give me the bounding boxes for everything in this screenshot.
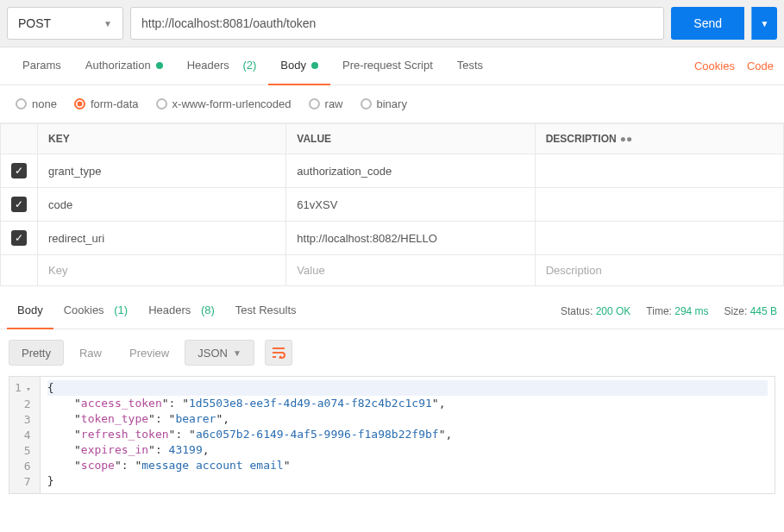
chevron-down-icon: ▼	[103, 19, 112, 28]
desc-input[interactable]	[546, 198, 773, 211]
row-checkbox[interactable]: ✓	[11, 230, 27, 246]
size-label: Size: 445 B	[724, 305, 777, 317]
code-content[interactable]: { "access_token": "1d5503e8-ee3f-4d49-a0…	[41, 377, 775, 493]
chevron-down-icon: ▼	[761, 19, 769, 28]
chevron-down-icon: ▼	[233, 348, 241, 358]
send-split-button[interactable]: ▼	[751, 7, 777, 40]
viewer-preview[interactable]: Preview	[117, 340, 181, 366]
table-row: ✓	[1, 222, 784, 255]
value-input[interactable]	[297, 264, 524, 277]
radio-icon	[156, 98, 167, 110]
tab-tests[interactable]: Tests	[445, 47, 495, 85]
wrap-icon	[272, 347, 285, 359]
value-header: VALUE	[286, 124, 535, 154]
radio-selected-icon	[74, 98, 85, 110]
value-input[interactable]	[297, 198, 524, 211]
body-type-urlencoded[interactable]: x-www-form-urlencoded	[156, 97, 292, 110]
key-input[interactable]	[48, 232, 275, 245]
send-button[interactable]: Send	[671, 7, 744, 40]
viewer-pretty[interactable]: Pretty	[9, 340, 64, 366]
tab-prerequest[interactable]: Pre-request Script	[330, 47, 445, 85]
radio-icon	[361, 98, 372, 110]
cookies-link[interactable]: Cookies	[694, 59, 735, 72]
tab-params[interactable]: Params	[10, 47, 73, 85]
desc-input[interactable]	[546, 165, 773, 178]
response-tab-body[interactable]: Body	[7, 293, 53, 329]
line-gutter: 1234567	[9, 377, 41, 493]
row-checkbox[interactable]: ✓	[11, 163, 27, 178]
viewer-format-select[interactable]: JSON▼	[185, 340, 254, 366]
url-input[interactable]	[130, 7, 664, 40]
table-row-empty	[1, 255, 784, 286]
form-data-table: KEY VALUE DESCRIPTION●● ✓ ✓ ✓	[0, 123, 784, 286]
radio-icon	[309, 98, 320, 110]
code-link[interactable]: Code	[747, 59, 774, 72]
http-method-value: POST	[18, 16, 51, 30]
key-header: KEY	[38, 124, 286, 154]
table-row: ✓	[1, 154, 784, 188]
table-row: ✓	[1, 188, 784, 222]
desc-header: DESCRIPTION●●	[535, 124, 783, 154]
response-tab-headers[interactable]: Headers (8)	[138, 293, 225, 329]
key-input[interactable]	[48, 165, 275, 178]
http-method-select[interactable]: POST ▼	[7, 7, 123, 40]
value-input[interactable]	[297, 165, 524, 178]
desc-input[interactable]	[546, 232, 773, 245]
key-input[interactable]	[48, 264, 275, 277]
status-dot-icon	[156, 62, 163, 69]
body-type-binary[interactable]: binary	[361, 97, 407, 110]
tab-body[interactable]: Body	[268, 47, 330, 85]
checkbox-header	[1, 124, 38, 154]
viewer-raw[interactable]: Raw	[67, 340, 114, 366]
status-label: Status: 200 OK	[561, 305, 630, 317]
body-type-formdata[interactable]: form-data	[74, 97, 139, 110]
tab-authorization[interactable]: Authorization	[73, 47, 175, 85]
body-type-raw[interactable]: raw	[309, 97, 343, 110]
value-input[interactable]	[297, 232, 524, 245]
response-tab-cookies[interactable]: Cookies (1)	[53, 293, 138, 329]
desc-input[interactable]	[546, 264, 773, 277]
tab-headers[interactable]: Headers (2)	[175, 47, 269, 85]
status-dot-icon	[311, 62, 318, 69]
body-type-none[interactable]: none	[16, 97, 57, 110]
response-tab-tests[interactable]: Test Results	[225, 293, 307, 329]
more-icon[interactable]: ●●	[617, 133, 633, 145]
time-label: Time: 294 ms	[646, 305, 708, 317]
row-checkbox[interactable]: ✓	[11, 197, 27, 212]
response-body: 1234567 { "access_token": "1d5503e8-ee3f…	[9, 376, 775, 494]
radio-icon	[16, 98, 27, 110]
wrap-lines-button[interactable]	[265, 340, 292, 366]
key-input[interactable]	[48, 198, 275, 211]
